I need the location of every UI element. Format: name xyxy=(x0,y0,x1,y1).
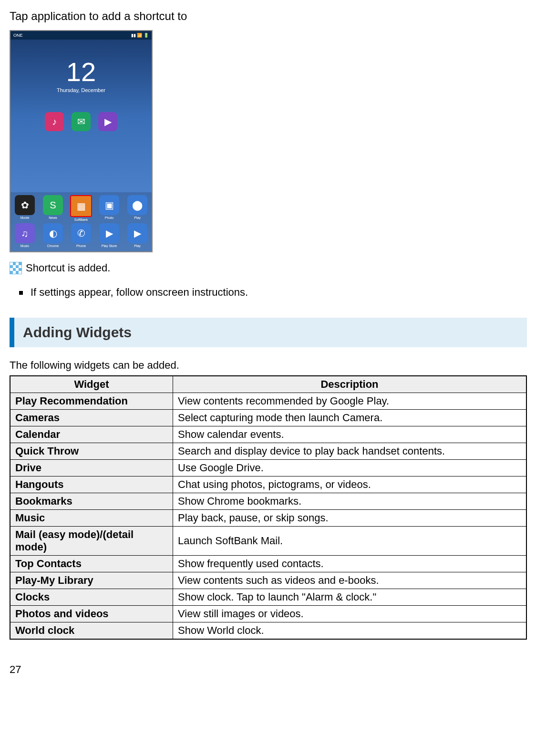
table-row: Mail (easy mode)/(detail mode)Launch Sof… xyxy=(10,527,526,556)
table-cell-widget: Cameras xyxy=(10,410,173,426)
table-cell-description: Launch SoftBank Mail. xyxy=(173,527,527,556)
phone-app-label: Play Store xyxy=(102,244,117,248)
table-row: Play-My LibraryView contents such as vid… xyxy=(10,572,526,589)
phone-mid-icons: ♪✉▶ xyxy=(10,112,152,131)
table-row: HangoutsChat using photos, pictograms, o… xyxy=(10,476,526,493)
phone-app-label: Chrome xyxy=(47,244,59,248)
table-header-widget: Widget xyxy=(10,376,173,393)
table-cell-description: Show frequently used contacts. xyxy=(173,556,527,572)
phone-app: ▶Play Store xyxy=(97,223,122,248)
phone-app-icon: ▣ xyxy=(99,195,119,215)
section-intro: The following widgets can be added. xyxy=(10,359,527,372)
table-cell-description: View contents such as videos and e-books… xyxy=(173,572,527,589)
table-cell-widget: Photos and videos xyxy=(10,606,173,622)
table-cell-widget: Music xyxy=(10,510,173,527)
phone-app-label: Play xyxy=(134,244,141,248)
result-text: Shortcut is added. xyxy=(26,262,110,274)
instruction-text: Tap application to add a shortcut to xyxy=(10,10,527,23)
table-cell-description: View still images or videos. xyxy=(173,606,527,622)
table-header-row: Widget Description xyxy=(10,376,526,393)
bullet-list: If settings appear, follow onscreen inst… xyxy=(19,286,527,299)
phone-app-icon: ▶ xyxy=(99,223,119,243)
phone-app-icon: S xyxy=(43,195,63,215)
phone-app-label: SoftBank xyxy=(74,218,88,221)
table-cell-widget: Mail (easy mode)/(detail mode) xyxy=(10,527,173,556)
table-row: CamerasSelect capturing mode then launch… xyxy=(10,410,526,426)
table-cell-widget: Bookmarks xyxy=(10,493,173,510)
phone-clock-widget: 12 Thursday, December xyxy=(10,59,152,93)
table-cell-widget: Clocks xyxy=(10,589,173,606)
phone-app-icon: ▶ xyxy=(127,223,147,243)
phone-statusbar: ONE ▮▮ 📶 🔋 xyxy=(10,31,152,40)
phone-app: SNews xyxy=(41,195,65,221)
phone-app: ▦SoftBank xyxy=(69,195,93,221)
table-cell-description: Select capturing mode then launch Camera… xyxy=(173,410,527,426)
table-cell-widget: Play Recommendation xyxy=(10,393,173,410)
result-icon xyxy=(10,262,22,274)
section-heading: Adding Widgets xyxy=(10,318,527,347)
result-line: Shortcut is added. xyxy=(10,262,527,274)
table-cell-widget: Top Contacts xyxy=(10,556,173,572)
phone-screenshot: ONE ▮▮ 📶 🔋 12 Thursday, December ♪✉▶ ✿Mo… xyxy=(10,30,153,252)
statusbar-left: ONE xyxy=(13,33,23,38)
phone-mid-icon: ▶ xyxy=(98,112,117,131)
phone-app-label: Music xyxy=(21,244,29,248)
table-cell-description: Show clock. Tap to launch "Alarm & clock… xyxy=(173,589,527,606)
phone-app: ▶Play xyxy=(125,223,150,248)
table-cell-description: View contents recommended by Google Play… xyxy=(173,393,527,410)
phone-mid-icon: ✉ xyxy=(72,112,91,131)
table-row: CalendarShow calendar events. xyxy=(10,426,526,443)
phone-app-icon: ✆ xyxy=(71,223,91,243)
phone-dock: ✿MovieSNews▦SoftBank▣Photo⬤Play ♫Music◐C… xyxy=(10,192,152,251)
table-row: World clockShow World clock. xyxy=(10,622,526,640)
phone-app: ♫Music xyxy=(12,223,37,248)
phone-dock-row-1: ✿MovieSNews▦SoftBank▣Photo⬤Play xyxy=(12,195,150,221)
table-cell-description: Show World clock. xyxy=(173,622,527,640)
phone-dock-row-2: ♫Music◐Chrome✆Phone▶Play Store▶Play xyxy=(12,223,150,248)
table-row: Quick ThrowSearch and display device to … xyxy=(10,443,526,460)
page-number: 27 xyxy=(10,663,527,676)
table-row: MusicPlay back, pause, or skip songs. xyxy=(10,510,526,527)
table-header-description: Description xyxy=(173,376,527,393)
bullet-item: If settings appear, follow onscreen inst… xyxy=(19,286,527,299)
phone-app-label: Play xyxy=(134,216,141,219)
phone-clock-date: Thursday, December xyxy=(10,87,152,93)
phone-app-icon: ♫ xyxy=(15,223,35,243)
table-cell-widget: World clock xyxy=(10,622,173,640)
phone-app: ▣Photo xyxy=(97,195,122,221)
phone-app-icon: ⬤ xyxy=(127,195,147,215)
phone-app: ⬤Play xyxy=(125,195,150,221)
table-cell-widget: Drive xyxy=(10,460,173,476)
phone-app-icon: ◐ xyxy=(43,223,63,243)
table-row: BookmarksShow Chrome bookmarks. xyxy=(10,493,526,510)
table-row: DriveUse Google Drive. xyxy=(10,460,526,476)
statusbar-right: ▮▮ 📶 🔋 xyxy=(131,33,149,38)
phone-app-icon: ✿ xyxy=(15,195,35,215)
table-row: ClocksShow clock. Tap to launch "Alarm &… xyxy=(10,589,526,606)
table-cell-widget: Play-My Library xyxy=(10,572,173,589)
table-cell-description: Show calendar events. xyxy=(173,426,527,443)
phone-app: ◐Chrome xyxy=(41,223,65,248)
table-cell-description: Search and display device to play back h… xyxy=(173,443,527,460)
table-cell-widget: Hangouts xyxy=(10,476,173,493)
phone-app: ✆Phone xyxy=(69,223,93,248)
table-cell-description: Use Google Drive. xyxy=(173,460,527,476)
table-row: Top ContactsShow frequently used contact… xyxy=(10,556,526,572)
phone-app-label: Photo xyxy=(105,216,113,219)
table-row: Photos and videosView still images or vi… xyxy=(10,606,526,622)
table-cell-description: Chat using photos, pictograms, or videos… xyxy=(173,476,527,493)
table-cell-widget: Quick Throw xyxy=(10,443,173,460)
phone-mid-icon: ♪ xyxy=(45,112,64,131)
widget-table: Widget Description Play RecommendationVi… xyxy=(10,375,527,640)
phone-app-label: Phone xyxy=(76,244,86,248)
table-cell-widget: Calendar xyxy=(10,426,173,443)
table-cell-description: Show Chrome bookmarks. xyxy=(173,493,527,510)
phone-app-label: Movie xyxy=(21,216,30,219)
phone-clock-time: 12 xyxy=(10,59,152,85)
phone-app-icon: ▦ xyxy=(70,195,92,217)
phone-app-label: News xyxy=(49,216,57,219)
table-cell-description: Play back, pause, or skip songs. xyxy=(173,510,527,527)
phone-app: ✿Movie xyxy=(12,195,37,221)
table-row: Play RecommendationView contents recomme… xyxy=(10,393,526,410)
